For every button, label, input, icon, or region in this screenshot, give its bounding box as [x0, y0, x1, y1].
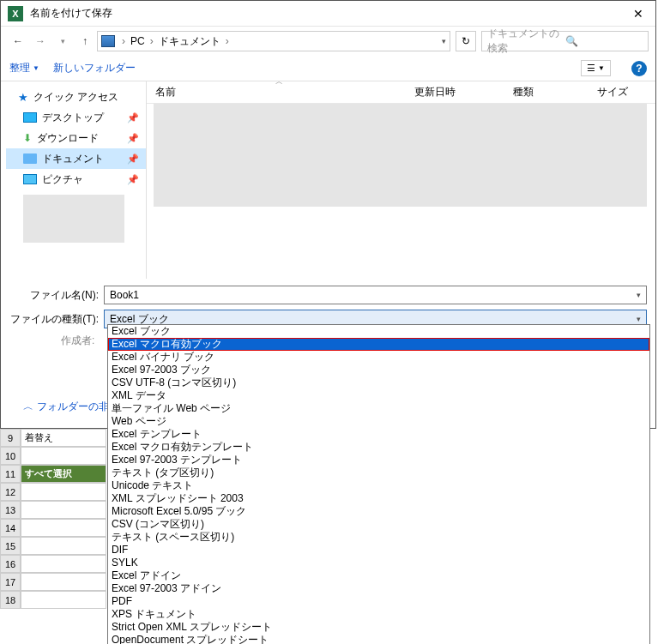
row-header[interactable]: 13 — [0, 501, 21, 519]
filetype-option[interactable]: CSV UTF-8 (コンマ区切り) — [108, 376, 649, 389]
recent-dropdown[interactable]: ▾ — [52, 31, 73, 51]
excel-icon: X — [8, 6, 23, 21]
file-list: ︿ 名前 更新日時 種類 サイズ — [147, 81, 655, 279]
filetype-option[interactable]: OpenDocument スプレッドシート — [108, 634, 649, 644]
filetype-option[interactable]: XML スプレッドシート 2003 — [108, 492, 649, 505]
search-placeholder: ドキュメントの検索 — [487, 27, 565, 56]
filetype-option[interactable]: XPS ドキュメント — [108, 608, 649, 621]
filetype-option[interactable]: Strict Open XML スプレッドシート — [108, 621, 649, 634]
documents-icon — [23, 153, 37, 164]
filetype-option[interactable]: 単一ファイル Web ページ — [108, 402, 649, 415]
row-header[interactable]: 11 — [0, 465, 21, 483]
row-header[interactable]: 15 — [0, 537, 21, 555]
cell[interactable] — [21, 447, 106, 465]
filetype-option[interactable]: Excel マクロ有効テンプレート — [108, 441, 649, 454]
toolbar: 整理▼ 新しいフォルダー ☰▼ ? — [1, 56, 655, 81]
filetype-label: ファイルの種類(T): — [9, 312, 104, 327]
row-header[interactable]: 14 — [0, 519, 21, 537]
row-header[interactable]: 17 — [0, 573, 21, 591]
filetype-option[interactable]: テキスト (タブ区切り) — [108, 466, 649, 479]
crumb-documents[interactable]: ドキュメント — [155, 34, 224, 49]
pin-icon: 📌 — [127, 133, 139, 144]
crumb-pc[interactable]: PC — [127, 35, 148, 47]
filename-label: ファイル名(N): — [9, 288, 104, 303]
filetype-option[interactable]: Excel マクロ有効ブック — [108, 338, 649, 351]
cell[interactable] — [21, 519, 106, 537]
cell[interactable] — [21, 591, 106, 609]
chevron-down-icon[interactable]: ▾ — [637, 291, 641, 299]
sidebar-item-desktop[interactable]: デスクトップ 📌 — [6, 107, 146, 128]
filetype-option[interactable]: DIF — [108, 544, 649, 557]
chevron-right-icon[interactable]: › — [224, 35, 231, 47]
star-icon: ★ — [18, 91, 28, 104]
sidebar-item-pictures[interactable]: ピクチャ 📌 — [6, 169, 146, 190]
chevron-up-icon: ︿ — [23, 400, 33, 414]
column-size[interactable]: サイズ — [589, 85, 655, 99]
filetype-option[interactable]: Excel 97-2003 テンプレート — [108, 454, 649, 466]
filetype-dropdown[interactable]: Excel ブックExcel マクロ有効ブックExcel バイナリ ブックExc… — [107, 324, 650, 644]
filetype-option[interactable]: Excel テンプレート — [108, 428, 649, 441]
filetype-option[interactable]: Unicode テキスト — [108, 479, 649, 492]
chevron-right-icon[interactable]: › — [148, 35, 155, 47]
search-input[interactable]: ドキュメントの検索 🔍 — [481, 31, 649, 51]
filetype-option[interactable]: Excel バイナリ ブック — [108, 351, 649, 364]
filetype-option[interactable]: Web ページ — [108, 415, 649, 428]
cell-select-all[interactable]: すべて選択 — [21, 465, 106, 483]
preview-pane — [23, 195, 124, 243]
filetype-option[interactable]: SYLK — [108, 557, 649, 569]
author-label: 作成者: — [61, 334, 94, 348]
titlebar: X 名前を付けて保存 ✕ — [1, 1, 655, 27]
chevron-right-icon[interactable]: › — [120, 35, 127, 47]
close-button[interactable]: ✕ — [628, 5, 649, 22]
pictures-icon — [23, 174, 37, 184]
search-icon: 🔍 — [565, 35, 643, 47]
pin-icon: 📌 — [127, 112, 139, 123]
dialog-title: 名前を付けて保存 — [30, 6, 628, 21]
filetype-option[interactable]: PDF — [108, 595, 649, 608]
filetype-option[interactable]: Excel アドイン — [108, 569, 649, 582]
cell[interactable] — [21, 501, 106, 519]
sidebar-item-downloads[interactable]: ⬇ ダウンロード 📌 — [6, 128, 146, 148]
sidebar-item-quick-access[interactable]: ★ クイック アクセス — [6, 87, 146, 107]
row-header[interactable]: 9 — [0, 429, 21, 447]
help-button[interactable]: ? — [631, 61, 647, 76]
new-folder-button[interactable]: 新しいフォルダー — [53, 61, 136, 75]
file-list-body[interactable] — [154, 104, 647, 207]
filetype-option[interactable]: CSV (コンマ区切り) — [108, 518, 649, 531]
row-header[interactable]: 10 — [0, 447, 21, 465]
row-header[interactable]: 18 — [0, 591, 21, 609]
cell[interactable] — [21, 483, 106, 501]
nav-bar: ← → ▾ ↑ › PC › ドキュメント › ▾ ↻ ドキュメントの検索 🔍 — [1, 27, 655, 56]
filetype-option[interactable]: Microsoft Excel 5.0/95 ブック — [108, 505, 649, 518]
sort-indicator-icon: ︿ — [275, 76, 283, 87]
filetype-option[interactable]: Excel 97-2003 アドイン — [108, 582, 649, 595]
column-date[interactable]: 更新日時 — [406, 85, 504, 99]
address-dropdown-icon[interactable]: ▾ — [442, 37, 446, 45]
address-bar[interactable]: › PC › ドキュメント › ▾ — [97, 31, 450, 51]
filetype-option[interactable]: テキスト (スペース区切り) — [108, 531, 649, 544]
column-type[interactable]: 種類 — [504, 85, 589, 99]
pin-icon: 📌 — [127, 174, 139, 185]
up-button[interactable]: ↑ — [75, 31, 95, 51]
back-button[interactable]: ← — [8, 31, 28, 51]
cell[interactable] — [21, 573, 106, 591]
row-header[interactable]: 16 — [0, 555, 21, 573]
sidebar-item-documents[interactable]: ドキュメント 📌 — [6, 148, 146, 169]
cell[interactable] — [21, 555, 106, 573]
sidebar: ★ クイック アクセス デスクトップ 📌 ⬇ ダウンロード 📌 ドキュメント 📌 — [1, 81, 147, 279]
forward-button[interactable]: → — [30, 31, 51, 51]
cell[interactable]: 着替え — [21, 429, 106, 447]
download-icon: ⬇ — [23, 132, 32, 144]
organize-menu[interactable]: 整理▼ — [9, 61, 39, 75]
filename-input[interactable]: Book1 ▾ — [104, 286, 647, 304]
filetype-option[interactable]: XML データ — [108, 389, 649, 402]
filetype-option[interactable]: Excel 97-2003 ブック — [108, 364, 649, 376]
row-header[interactable]: 12 — [0, 483, 21, 501]
cell[interactable] — [21, 537, 106, 555]
filetype-option[interactable]: Excel ブック — [108, 325, 649, 338]
desktop-icon — [23, 112, 37, 123]
chevron-down-icon[interactable]: ▾ — [637, 315, 641, 323]
refresh-button[interactable]: ↻ — [456, 31, 476, 51]
pc-icon — [101, 35, 115, 47]
view-options-button[interactable]: ☰▼ — [581, 60, 611, 76]
